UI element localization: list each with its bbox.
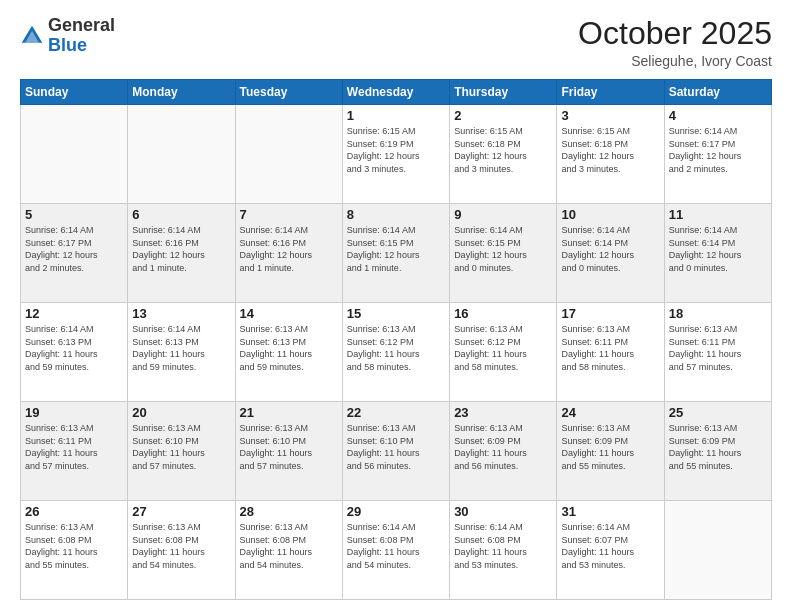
day-number: 22 — [347, 405, 445, 420]
calendar-cell-2-6: 18Sunrise: 6:13 AM Sunset: 6:11 PM Dayli… — [664, 303, 771, 402]
logo-blue: Blue — [48, 35, 87, 55]
day-info: Sunrise: 6:15 AM Sunset: 6:19 PM Dayligh… — [347, 125, 445, 175]
location-title: Selieguhe, Ivory Coast — [578, 53, 772, 69]
day-info: Sunrise: 6:13 AM Sunset: 6:13 PM Dayligh… — [240, 323, 338, 373]
day-info: Sunrise: 6:14 AM Sunset: 6:17 PM Dayligh… — [25, 224, 123, 274]
calendar-cell-4-6 — [664, 501, 771, 600]
day-number: 17 — [561, 306, 659, 321]
col-tuesday: Tuesday — [235, 80, 342, 105]
week-row-5: 26Sunrise: 6:13 AM Sunset: 6:08 PM Dayli… — [21, 501, 772, 600]
calendar-header-row: Sunday Monday Tuesday Wednesday Thursday… — [21, 80, 772, 105]
page: General Blue October 2025 Selieguhe, Ivo… — [0, 0, 792, 612]
logo-general: General — [48, 15, 115, 35]
day-info: Sunrise: 6:13 AM Sunset: 6:11 PM Dayligh… — [561, 323, 659, 373]
calendar-cell-1-2: 7Sunrise: 6:14 AM Sunset: 6:16 PM Daylig… — [235, 204, 342, 303]
logo-icon — [20, 24, 44, 48]
header: General Blue October 2025 Selieguhe, Ivo… — [20, 16, 772, 69]
day-number: 23 — [454, 405, 552, 420]
day-number: 13 — [132, 306, 230, 321]
col-saturday: Saturday — [664, 80, 771, 105]
day-number: 25 — [669, 405, 767, 420]
calendar-cell-4-1: 27Sunrise: 6:13 AM Sunset: 6:08 PM Dayli… — [128, 501, 235, 600]
calendar-cell-1-4: 9Sunrise: 6:14 AM Sunset: 6:15 PM Daylig… — [450, 204, 557, 303]
calendar-cell-0-0 — [21, 105, 128, 204]
day-number: 1 — [347, 108, 445, 123]
calendar-cell-1-6: 11Sunrise: 6:14 AM Sunset: 6:14 PM Dayli… — [664, 204, 771, 303]
calendar-cell-3-0: 19Sunrise: 6:13 AM Sunset: 6:11 PM Dayli… — [21, 402, 128, 501]
day-number: 29 — [347, 504, 445, 519]
calendar-cell-1-5: 10Sunrise: 6:14 AM Sunset: 6:14 PM Dayli… — [557, 204, 664, 303]
day-info: Sunrise: 6:13 AM Sunset: 6:09 PM Dayligh… — [561, 422, 659, 472]
calendar-cell-3-6: 25Sunrise: 6:13 AM Sunset: 6:09 PM Dayli… — [664, 402, 771, 501]
day-info: Sunrise: 6:13 AM Sunset: 6:10 PM Dayligh… — [347, 422, 445, 472]
calendar-cell-2-5: 17Sunrise: 6:13 AM Sunset: 6:11 PM Dayli… — [557, 303, 664, 402]
day-info: Sunrise: 6:14 AM Sunset: 6:17 PM Dayligh… — [669, 125, 767, 175]
calendar-cell-0-6: 4Sunrise: 6:14 AM Sunset: 6:17 PM Daylig… — [664, 105, 771, 204]
day-info: Sunrise: 6:13 AM Sunset: 6:12 PM Dayligh… — [347, 323, 445, 373]
calendar-cell-2-2: 14Sunrise: 6:13 AM Sunset: 6:13 PM Dayli… — [235, 303, 342, 402]
day-number: 20 — [132, 405, 230, 420]
day-number: 27 — [132, 504, 230, 519]
calendar-cell-2-1: 13Sunrise: 6:14 AM Sunset: 6:13 PM Dayli… — [128, 303, 235, 402]
calendar-cell-0-1 — [128, 105, 235, 204]
day-info: Sunrise: 6:15 AM Sunset: 6:18 PM Dayligh… — [561, 125, 659, 175]
calendar-table: Sunday Monday Tuesday Wednesday Thursday… — [20, 79, 772, 600]
day-info: Sunrise: 6:14 AM Sunset: 6:13 PM Dayligh… — [25, 323, 123, 373]
week-row-4: 19Sunrise: 6:13 AM Sunset: 6:11 PM Dayli… — [21, 402, 772, 501]
day-number: 6 — [132, 207, 230, 222]
day-info: Sunrise: 6:13 AM Sunset: 6:09 PM Dayligh… — [669, 422, 767, 472]
day-number: 8 — [347, 207, 445, 222]
calendar-cell-1-3: 8Sunrise: 6:14 AM Sunset: 6:15 PM Daylig… — [342, 204, 449, 303]
day-number: 30 — [454, 504, 552, 519]
day-info: Sunrise: 6:14 AM Sunset: 6:13 PM Dayligh… — [132, 323, 230, 373]
calendar-cell-2-4: 16Sunrise: 6:13 AM Sunset: 6:12 PM Dayli… — [450, 303, 557, 402]
col-friday: Friday — [557, 80, 664, 105]
logo: General Blue — [20, 16, 115, 56]
calendar-cell-0-2 — [235, 105, 342, 204]
day-info: Sunrise: 6:14 AM Sunset: 6:08 PM Dayligh… — [454, 521, 552, 571]
col-thursday: Thursday — [450, 80, 557, 105]
day-number: 9 — [454, 207, 552, 222]
week-row-2: 5Sunrise: 6:14 AM Sunset: 6:17 PM Daylig… — [21, 204, 772, 303]
day-info: Sunrise: 6:15 AM Sunset: 6:18 PM Dayligh… — [454, 125, 552, 175]
day-number: 5 — [25, 207, 123, 222]
logo-text: General Blue — [48, 16, 115, 56]
calendar-cell-3-2: 21Sunrise: 6:13 AM Sunset: 6:10 PM Dayli… — [235, 402, 342, 501]
calendar-cell-0-4: 2Sunrise: 6:15 AM Sunset: 6:18 PM Daylig… — [450, 105, 557, 204]
calendar-cell-0-5: 3Sunrise: 6:15 AM Sunset: 6:18 PM Daylig… — [557, 105, 664, 204]
day-info: Sunrise: 6:14 AM Sunset: 6:08 PM Dayligh… — [347, 521, 445, 571]
calendar-cell-4-2: 28Sunrise: 6:13 AM Sunset: 6:08 PM Dayli… — [235, 501, 342, 600]
day-info: Sunrise: 6:14 AM Sunset: 6:16 PM Dayligh… — [240, 224, 338, 274]
calendar-cell-3-4: 23Sunrise: 6:13 AM Sunset: 6:09 PM Dayli… — [450, 402, 557, 501]
day-number: 12 — [25, 306, 123, 321]
calendar-cell-2-3: 15Sunrise: 6:13 AM Sunset: 6:12 PM Dayli… — [342, 303, 449, 402]
day-number: 21 — [240, 405, 338, 420]
day-info: Sunrise: 6:14 AM Sunset: 6:15 PM Dayligh… — [454, 224, 552, 274]
day-info: Sunrise: 6:14 AM Sunset: 6:07 PM Dayligh… — [561, 521, 659, 571]
col-monday: Monday — [128, 80, 235, 105]
day-number: 10 — [561, 207, 659, 222]
day-info: Sunrise: 6:14 AM Sunset: 6:14 PM Dayligh… — [561, 224, 659, 274]
calendar-cell-4-3: 29Sunrise: 6:14 AM Sunset: 6:08 PM Dayli… — [342, 501, 449, 600]
month-title: October 2025 — [578, 16, 772, 51]
calendar-cell-3-1: 20Sunrise: 6:13 AM Sunset: 6:10 PM Dayli… — [128, 402, 235, 501]
day-info: Sunrise: 6:13 AM Sunset: 6:08 PM Dayligh… — [132, 521, 230, 571]
day-number: 11 — [669, 207, 767, 222]
day-number: 18 — [669, 306, 767, 321]
day-info: Sunrise: 6:13 AM Sunset: 6:10 PM Dayligh… — [132, 422, 230, 472]
calendar-cell-0-3: 1Sunrise: 6:15 AM Sunset: 6:19 PM Daylig… — [342, 105, 449, 204]
calendar-cell-1-0: 5Sunrise: 6:14 AM Sunset: 6:17 PM Daylig… — [21, 204, 128, 303]
col-wednesday: Wednesday — [342, 80, 449, 105]
calendar-cell-4-0: 26Sunrise: 6:13 AM Sunset: 6:08 PM Dayli… — [21, 501, 128, 600]
day-number: 15 — [347, 306, 445, 321]
day-number: 14 — [240, 306, 338, 321]
day-number: 28 — [240, 504, 338, 519]
day-info: Sunrise: 6:13 AM Sunset: 6:10 PM Dayligh… — [240, 422, 338, 472]
day-info: Sunrise: 6:14 AM Sunset: 6:15 PM Dayligh… — [347, 224, 445, 274]
calendar-cell-4-5: 31Sunrise: 6:14 AM Sunset: 6:07 PM Dayli… — [557, 501, 664, 600]
calendar-cell-3-3: 22Sunrise: 6:13 AM Sunset: 6:10 PM Dayli… — [342, 402, 449, 501]
week-row-3: 12Sunrise: 6:14 AM Sunset: 6:13 PM Dayli… — [21, 303, 772, 402]
day-info: Sunrise: 6:13 AM Sunset: 6:11 PM Dayligh… — [669, 323, 767, 373]
day-info: Sunrise: 6:13 AM Sunset: 6:12 PM Dayligh… — [454, 323, 552, 373]
day-number: 16 — [454, 306, 552, 321]
